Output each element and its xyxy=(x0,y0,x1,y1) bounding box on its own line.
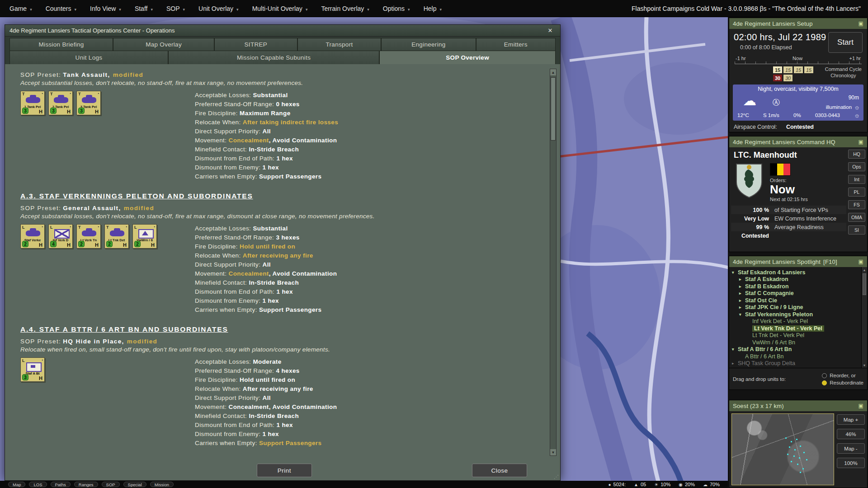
resize-grip-icon[interactable]: ⋰ xyxy=(554,474,559,480)
tree-item[interactable]: Lt Verk Tnk Det - Verk Pel xyxy=(732,325,860,332)
close-button[interactable]: Close xyxy=(472,464,527,477)
menu-counters[interactable]: Counters xyxy=(39,0,83,17)
sop-detail-line: Dismount from End of Path: 1 hex xyxy=(195,154,533,163)
unit-counter[interactable]: L ▪ Inf Verk D 4 H xyxy=(48,224,73,249)
tree-item[interactable]: ▸ SHQ Task Group Delta xyxy=(732,360,860,367)
weather-summary: Night, overcast, visibility 7,500m xyxy=(733,84,863,92)
menu-terrain-overlay[interactable]: Terrain Overlay xyxy=(314,0,376,17)
menu-options[interactable]: Options xyxy=(376,0,417,17)
tree-expand-icon[interactable]: ▸ xyxy=(739,284,745,289)
scroll-down-icon[interactable] xyxy=(550,449,556,455)
tab-mission-briefing[interactable]: Mission Briefing xyxy=(9,38,113,51)
tree-item[interactable]: Inf Verk Det - Verk Pel xyxy=(732,318,860,325)
unit-counter[interactable]: T ▪ Lt Tnk Det 2 H xyxy=(104,224,129,249)
menu-info-view[interactable]: Info View xyxy=(83,0,128,17)
tree-expand-icon[interactable]: ▾ xyxy=(739,312,745,317)
tree-item[interactable]: ▸ Staf A Eskadron xyxy=(732,276,860,283)
unit-counter[interactable]: T ▪ Lt Verk Tn 2 H xyxy=(76,224,101,249)
minimap[interactable] xyxy=(731,413,834,485)
tab-mission-capable-subunits[interactable]: Mission Capable Subunits xyxy=(168,51,379,64)
statusbar-special-button[interactable]: Special xyxy=(123,482,146,487)
statusbar-mission-button[interactable]: Mission xyxy=(150,482,174,487)
unit-counter[interactable]: T ▪ 3 Tank Pel 3 H xyxy=(76,91,101,115)
tree-expand-icon[interactable]: ▾ xyxy=(732,270,738,275)
scroll-down-icon[interactable] xyxy=(862,362,867,368)
tree-scrollbar[interactable] xyxy=(861,267,867,368)
tree-expand-icon[interactable]: ▾ xyxy=(732,347,738,352)
cloud-icon xyxy=(743,93,756,108)
tree-item[interactable]: VwWrn / 6 Art Bn xyxy=(732,339,860,346)
map-zoom-out-button[interactable]: Map - xyxy=(837,443,865,454)
map-zoom-full-button[interactable]: 100% xyxy=(837,458,865,468)
tree-item[interactable]: ▸ Staf JPK Cie / 9 Ligne xyxy=(732,304,860,311)
tree-item[interactable]: HQ 143 Field Bty RA xyxy=(732,367,860,368)
oma-button[interactable]: OMA xyxy=(848,213,865,222)
illumination-percent: 0% xyxy=(793,113,801,118)
tree-expand-icon[interactable]: ▸ xyxy=(739,277,745,282)
statusbar-map-button[interactable]: Map xyxy=(8,482,25,487)
close-icon[interactable]: ✕ xyxy=(545,26,556,35)
scroll-up-icon[interactable] xyxy=(550,69,556,75)
print-button[interactable]: Print xyxy=(257,464,312,477)
tab-map-overlay[interactable]: Map Overlay xyxy=(113,38,214,51)
tree-expand-icon[interactable]: ▸ xyxy=(739,291,745,296)
tree-item[interactable]: A Bttr / 6 Art Bn xyxy=(732,353,860,360)
sop-section-staf-a-bttr: A.4. STAF A BTTR / 6 ART BN AND SUBORDIN… xyxy=(20,325,533,448)
map-zoom-level-button[interactable]: 46% xyxy=(837,429,865,439)
panel-detach-icon[interactable] xyxy=(858,139,863,145)
tree-expand-icon[interactable]: ▸ xyxy=(739,298,745,303)
fs-button[interactable]: FS xyxy=(848,200,865,209)
dialog-scrollbar[interactable] xyxy=(550,69,557,456)
menu-game[interactable]: Game xyxy=(3,0,39,17)
start-button[interactable]: Start xyxy=(828,32,863,53)
tree-item[interactable]: ▾ Staf A Bttr / 6 Art Bn xyxy=(732,346,860,353)
tree-item[interactable]: ▾ Staf Verkennings Peleton xyxy=(732,311,860,318)
si-button[interactable]: SI xyxy=(848,225,865,235)
tree-item[interactable]: ▸ Staf C Compagnie xyxy=(732,290,860,297)
hq-button[interactable]: HQ xyxy=(848,150,865,159)
unit-counter[interactable]: L ▪ Staf A Bt 3 H xyxy=(20,357,45,382)
resubordinate-radio[interactable]: Resubordinate xyxy=(822,380,863,385)
tab-engineering[interactable]: Engineering xyxy=(381,38,476,51)
statusbar-los-button[interactable]: LOS xyxy=(29,482,47,487)
tab-emitters[interactable]: Emitters xyxy=(476,38,556,51)
menu-help[interactable]: Help xyxy=(417,0,448,17)
tab-unit-logs[interactable]: Unit Logs xyxy=(9,51,168,64)
panel-detach-icon[interactable] xyxy=(858,403,863,409)
statusbar-sop-button[interactable]: SOP xyxy=(102,482,120,487)
unit-counter[interactable]: T ▪ 2 Tank Pel 3 H xyxy=(48,91,73,115)
sop-detail-line: Preferred Stand-Off Range: 3 hexes xyxy=(195,233,533,242)
pl-button[interactable]: PL xyxy=(848,188,865,197)
statusbar-ranges-button[interactable]: Ranges xyxy=(74,482,98,487)
minimap-buttons: Map +46%Map -100% xyxy=(837,413,865,485)
tree-item[interactable]: Lt Tnk Det - Verk Pel xyxy=(732,332,860,339)
menu-multi-unit-overlay[interactable]: Multi-Unit Overlay xyxy=(245,0,315,17)
ops-button[interactable]: Ops xyxy=(848,162,865,171)
unit-counter[interactable]: T ▪ 1 Tank Pel 3 H xyxy=(20,91,45,115)
dialog-titlebar[interactable]: 4de Regiment Lansiers Tactical Operation… xyxy=(5,25,560,37)
tree-expand-icon[interactable]: ▸ xyxy=(732,361,738,366)
unit-counter[interactable]: L ▪ VwWrn / 6 2 H xyxy=(132,224,157,249)
tree-item[interactable]: ▸ Staf B Eskadron xyxy=(732,283,860,290)
unit-counter[interactable]: L ▪ Staf Verke 2 H xyxy=(20,224,45,249)
menu-sop[interactable]: SOP xyxy=(160,0,192,17)
illumination-label: illumination xyxy=(826,104,852,110)
panel-detach-icon[interactable] xyxy=(858,20,863,27)
menu-unit-overlay[interactable]: Unit Overlay xyxy=(192,0,245,17)
tree-item[interactable]: ▾ Staf Eskadron 4 Lansiers xyxy=(732,269,860,276)
menu-staff[interactable]: Staff xyxy=(128,0,160,17)
tab-sitrep[interactable]: SITREP xyxy=(214,38,297,51)
reorder-radio[interactable]: Reorder, or xyxy=(822,373,863,378)
readout-value: 05 xyxy=(641,482,646,487)
tab-transport[interactable]: Transport xyxy=(297,38,382,51)
scrollbar-thumb[interactable] xyxy=(551,77,556,141)
tab-sop-overview[interactable]: SOP Overview xyxy=(379,51,556,64)
map-zoom-in-button[interactable]: Map + xyxy=(837,414,865,425)
panel-detach-icon[interactable] xyxy=(858,258,863,265)
statusbar-paths-button[interactable]: Paths xyxy=(51,482,71,487)
scroll-up-icon[interactable] xyxy=(862,267,867,272)
scrollbar-thumb[interactable] xyxy=(863,273,866,295)
tree-expand-icon[interactable]: ▸ xyxy=(739,305,745,310)
int-button[interactable]: Int xyxy=(848,175,865,184)
tree-item[interactable]: ▸ Staf Ost Cie xyxy=(732,297,860,304)
